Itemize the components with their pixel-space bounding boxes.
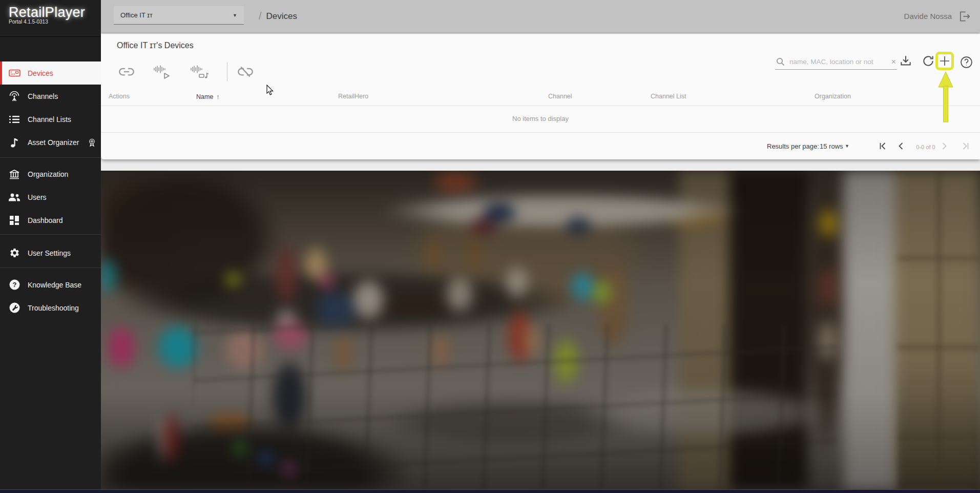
sidebar-item-label: Organization bbox=[28, 170, 68, 178]
sidebar-item-asset-organizer[interactable]: Asset Organizer bbox=[0, 131, 101, 154]
search-icon bbox=[776, 57, 785, 66]
brand-name: RetailPlayer bbox=[9, 5, 101, 20]
users-icon bbox=[8, 193, 21, 201]
refresh-button[interactable] bbox=[921, 53, 936, 69]
search-input[interactable] bbox=[788, 57, 888, 66]
question-circle-icon: ? bbox=[8, 279, 21, 290]
mouse-cursor bbox=[266, 85, 274, 96]
sidebar-item-dashboard[interactable]: Dashboard bbox=[0, 209, 101, 232]
pagination-bar: Results per page: 15 rows ▼ 0-0 of 0 bbox=[101, 132, 980, 160]
column-header-actions: Actions bbox=[109, 93, 130, 100]
breadcrumb-separator: / bbox=[259, 10, 262, 22]
previous-page-button[interactable] bbox=[897, 142, 906, 151]
add-device-button[interactable] bbox=[935, 52, 954, 70]
bottom-edge-strip bbox=[0, 489, 980, 493]
download-button[interactable] bbox=[898, 53, 913, 69]
toolbar-divider bbox=[227, 63, 227, 81]
sidebar-item-label: Users bbox=[28, 193, 47, 201]
column-header-organization[interactable]: Organization bbox=[815, 93, 851, 100]
sidebar-item-label: Dashboard bbox=[28, 216, 63, 224]
sidebar: RetailPlayer Portal 4.1.5-0313 Devices C… bbox=[0, 0, 101, 493]
sidebar-nav: Devices Channels Channel Lists Asset Org… bbox=[0, 61, 101, 319]
results-per-page-label: Results per page: bbox=[767, 142, 819, 150]
premium-badge-icon bbox=[89, 138, 95, 147]
app-window: RetailPlayer Portal 4.1.5-0313 Devices C… bbox=[0, 0, 980, 493]
devices-panel: Office IT ɪᴛ's Devices × bbox=[101, 34, 980, 159]
background-photo bbox=[101, 171, 980, 490]
search-field: × bbox=[775, 54, 897, 70]
photo-dim-overlay bbox=[101, 171, 980, 490]
chevron-down-icon[interactable]: ▼ bbox=[845, 143, 849, 149]
sidebar-item-label: Channel Lists bbox=[28, 115, 71, 124]
gear-icon bbox=[8, 248, 21, 258]
assign-channel-button[interactable] bbox=[152, 61, 173, 82]
dashboard-icon bbox=[8, 216, 21, 225]
organization-dropdown[interactable]: Office IT ɪᴛ ▼ bbox=[114, 6, 244, 25]
sidebar-divider bbox=[0, 268, 101, 268]
sidebar-item-label: User Settings bbox=[28, 249, 71, 257]
sidebar-item-users[interactable]: Users bbox=[0, 186, 101, 209]
channels-icon bbox=[8, 91, 21, 101]
music-note-icon bbox=[8, 137, 21, 148]
page-range-text: 0-0 of 0 bbox=[913, 144, 938, 150]
breadcrumb-current: Devices bbox=[266, 11, 297, 22]
column-header-channel-list[interactable]: Channel List bbox=[651, 93, 686, 100]
sidebar-item-label: Channels bbox=[28, 92, 58, 100]
sort-ascending-icon: ↑ bbox=[216, 93, 220, 100]
app-logo: RetailPlayer Portal 4.1.5-0313 bbox=[0, 0, 101, 37]
first-page-button[interactable] bbox=[879, 142, 888, 151]
sidebar-item-devices[interactable]: Devices bbox=[0, 61, 101, 85]
devices-icon bbox=[8, 69, 21, 77]
next-page-button[interactable] bbox=[940, 142, 949, 151]
sidebar-item-label: Devices bbox=[28, 69, 53, 77]
sidebar-item-channel-lists[interactable]: Channel Lists bbox=[0, 108, 101, 131]
channel-lists-icon bbox=[8, 115, 21, 124]
sidebar-divider bbox=[0, 234, 101, 235]
breadcrumb: / Devices bbox=[259, 0, 297, 32]
sidebar-item-label: Troubleshooting bbox=[28, 304, 79, 312]
column-header-retailhero[interactable]: RetailHero bbox=[338, 93, 368, 100]
column-header-channel[interactable]: Channel bbox=[548, 93, 572, 100]
rows-per-page-select[interactable]: 15 rows bbox=[820, 142, 843, 150]
logout-icon[interactable] bbox=[958, 10, 971, 23]
table-header-row: Actions Name↑ RetailHero Channel Channel… bbox=[101, 88, 980, 106]
topbar: Office IT ɪᴛ ▼ / Devices Davide Nossa bbox=[101, 0, 980, 32]
chevron-down-icon: ▼ bbox=[233, 13, 237, 18]
organization-dropdown-value: Office IT ɪᴛ bbox=[120, 11, 153, 19]
last-page-button[interactable] bbox=[962, 142, 971, 151]
organization-icon bbox=[8, 169, 21, 179]
page-title: Office IT ɪᴛ's Devices bbox=[117, 41, 194, 50]
assign-link-button[interactable] bbox=[116, 61, 137, 82]
help-icon[interactable] bbox=[958, 54, 974, 70]
sidebar-item-knowledge-base[interactable]: ? Knowledge Base bbox=[0, 273, 101, 296]
plus-icon bbox=[939, 55, 951, 67]
sidebar-item-label: Knowledge Base bbox=[28, 281, 81, 289]
assign-channel-list-button[interactable] bbox=[189, 61, 210, 82]
empty-state-text: No items to display bbox=[101, 115, 980, 122]
column-header-name[interactable]: Name↑ bbox=[196, 93, 220, 100]
clear-search-icon[interactable]: × bbox=[891, 58, 896, 66]
sidebar-item-channels[interactable]: Channels bbox=[0, 85, 101, 108]
highlight-arrow bbox=[933, 71, 958, 123]
sidebar-item-organization[interactable]: Organization bbox=[0, 162, 101, 186]
username: Davide Nossa bbox=[904, 0, 952, 32]
svg-text:?: ? bbox=[12, 281, 16, 289]
sidebar-divider bbox=[0, 157, 101, 158]
wrench-circle-icon bbox=[8, 302, 21, 313]
sidebar-item-label: Asset Organizer bbox=[28, 138, 79, 147]
unlink-button[interactable] bbox=[235, 61, 256, 82]
sidebar-item-user-settings[interactable]: User Settings bbox=[0, 241, 101, 264]
sidebar-item-troubleshooting[interactable]: Troubleshooting bbox=[0, 296, 101, 319]
